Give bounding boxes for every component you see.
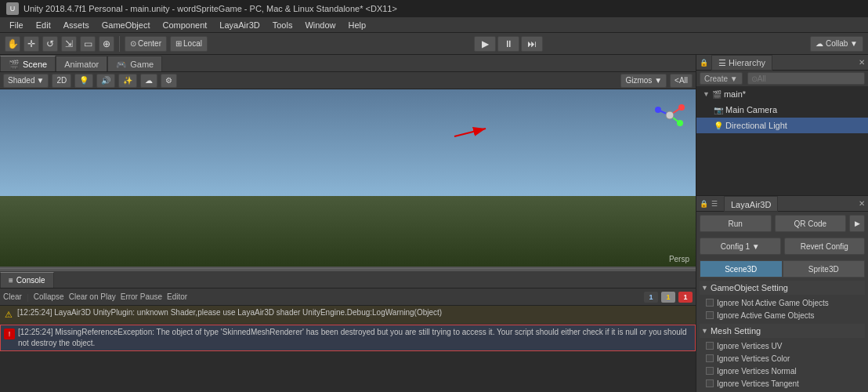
revert-button[interactable]: Revert Config: [784, 238, 866, 255]
console-panel: ≡ Console Clear | Collapse Clear on Play…: [0, 267, 696, 392]
tab-console[interactable]: ≡ Console: [0, 272, 54, 288]
hier-row-light[interactable]: 💡 Directional Light: [696, 118, 868, 133]
ignore-not-active-cb[interactable]: [706, 299, 714, 307]
tool-hand[interactable]: ✋: [5, 36, 20, 52]
inspector-tab[interactable]: LayaAir3D: [724, 196, 778, 212]
scene-anim-btn[interactable]: ⚙: [161, 74, 177, 88]
center-icon: ⊙: [130, 39, 136, 48]
tool-multi[interactable]: ⊕: [99, 36, 114, 52]
perspective-label: Persp: [669, 255, 689, 263]
tool-rotate[interactable]: ↺: [42, 36, 58, 52]
step-button[interactable]: ⏭: [521, 36, 543, 52]
ignore-normal-row: Ignore Vertices Normal: [700, 365, 865, 377]
toolbar-separator-1: [119, 36, 120, 52]
ignore-color-row: Ignore Vertices Color: [700, 352, 865, 365]
scene-audio-btn[interactable]: 🔊: [96, 74, 115, 88]
menu-tools[interactable]: Tools: [266, 17, 299, 33]
gizmos-dropdown[interactable]: Gizmos ▼: [620, 74, 667, 88]
hier-row-main[interactable]: ▼ 🎬 main*: [696, 86, 868, 102]
menu-component[interactable]: Component: [156, 17, 213, 33]
menu-gameobject[interactable]: GameObject: [96, 17, 157, 33]
menu-edit[interactable]: Edit: [30, 17, 57, 33]
hierarchy-tab[interactable]: ☰ Hierarchy: [711, 55, 772, 71]
gameobject-section-header[interactable]: ▼ GameObject Setting: [700, 281, 865, 295]
sprite3d-tab[interactable]: Sprite3D: [783, 260, 866, 278]
console-collapse-btn[interactable]: Collapse: [34, 292, 64, 301]
ignore-active-label: Ignore Active Game Objects: [717, 311, 815, 320]
hier-main-label: main*: [724, 89, 746, 99]
console-tab-label: Console: [16, 273, 45, 289]
view-tab-bar: 🎬 Scene Animator 🎮 Game: [0, 55, 696, 72]
mesh-section-label: Mesh Setting: [711, 326, 761, 336]
console-row-warn[interactable]: ⚠ [12:25:24] LayaAir3D UnityPlugin: unkn…: [0, 306, 696, 325]
ignore-tangent-cb[interactable]: [706, 379, 714, 387]
hierarchy-close-icon[interactable]: ✕: [859, 58, 865, 67]
play-button[interactable]: ▶: [474, 36, 496, 52]
console-error-text: [12:25:24] MissingReferenceException: Th…: [18, 327, 692, 349]
left-panel: 🎬 Scene Animator 🎮 Game Shaded ▼ 2D 💡 🔊 …: [0, 55, 696, 392]
pause-button[interactable]: ⏸: [497, 36, 519, 52]
console-warn-text: [12:25:24] LayaAir3D UnityPlugin: unknow…: [17, 307, 442, 318]
center-button[interactable]: ⊙ Center: [125, 36, 167, 52]
svg-point-4: [678, 104, 685, 111]
qrcode-button[interactable]: QR Code: [775, 215, 847, 232]
menu-file[interactable]: File: [3, 17, 30, 33]
inspector-close-icon[interactable]: ✕: [859, 199, 865, 208]
scene-fx-btn[interactable]: ✨: [118, 74, 137, 88]
ignore-active-cb[interactable]: [706, 311, 714, 319]
inspector-header: 🔒 ☰ LayaAir3D ✕: [696, 196, 868, 212]
console-clear-btn[interactable]: Clear: [3, 292, 22, 301]
hier-row-camera[interactable]: 📷 Main Camera: [696, 102, 868, 118]
animator-tab-label: Animator: [64, 56, 99, 72]
hierarchy-lock-icon: 🔒: [700, 59, 708, 67]
ignore-tangent-label: Ignore Vertices Tangent: [717, 379, 799, 388]
menu-window[interactable]: Window: [298, 17, 342, 33]
console-editor-btn[interactable]: Editor: [167, 292, 187, 301]
all-label: <All: [675, 76, 688, 85]
console-error-pause-btn[interactable]: Error Pause: [121, 292, 162, 301]
svg-line-8: [454, 129, 486, 136]
all-dropdown[interactable]: <All: [670, 74, 693, 88]
mesh-section-header[interactable]: ▼ Mesh Setting: [700, 324, 865, 338]
run-qr-row: Run QR Code ▶: [700, 215, 865, 232]
scene3d-tab[interactable]: Scene3D: [700, 260, 783, 278]
console-toolbar: Clear | Collapse Clear on Play Error Pau…: [0, 289, 696, 306]
hier-light-label: Directional Light: [725, 121, 787, 130]
2d-label: 2D: [56, 76, 67, 85]
tool-rect[interactable]: ▭: [80, 36, 96, 52]
shaded-dropdown[interactable]: Shaded ▼: [3, 74, 49, 88]
ignore-not-active-row: Ignore Not Active Game Objects: [700, 296, 865, 309]
view-tabs-row: Scene3D Sprite3D: [700, 260, 865, 278]
console-clear-on-play-btn[interactable]: Clear on Play: [69, 292, 116, 301]
console-row-error[interactable]: ! [12:25:24] MissingReferenceException: …: [0, 325, 696, 351]
inspector-lock-icon: 🔒: [700, 200, 708, 208]
more-button[interactable]: ▶: [849, 215, 865, 232]
run-button[interactable]: Run: [700, 215, 772, 232]
local-button[interactable]: ⊞ Local: [170, 36, 208, 52]
tool-scale[interactable]: ⇲: [61, 36, 77, 52]
scene-icon: 🎬: [712, 90, 722, 99]
tool-move[interactable]: ✛: [24, 36, 39, 52]
menu-assets[interactable]: Assets: [57, 17, 96, 33]
ignore-active-row: Ignore Active Game Objects: [700, 309, 865, 321]
scene-lights-btn[interactable]: 💡: [74, 74, 93, 88]
collab-button[interactable]: ☁ Collab ▼: [810, 36, 863, 52]
ignore-normal-cb[interactable]: [706, 367, 714, 375]
ignore-uv-cb[interactable]: [706, 342, 714, 350]
2d-button[interactable]: 2D: [52, 74, 71, 88]
svg-point-3: [666, 111, 674, 119]
hierarchy-search-input[interactable]: [747, 72, 865, 85]
tab-game[interactable]: 🎮 Game: [107, 56, 162, 71]
menu-help[interactable]: Help: [342, 17, 373, 33]
hierarchy-create-btn[interactable]: Create ▼: [700, 72, 743, 85]
scene-sky-btn[interactable]: ☁: [140, 74, 157, 88]
ignore-color-cb[interactable]: [706, 354, 714, 362]
tab-animator[interactable]: Animator: [56, 56, 107, 71]
mesh-section-arrow: ▼: [701, 327, 708, 335]
menu-layaair3d[interactable]: LayaAir3D: [213, 17, 266, 33]
inspector-panel: 🔒 ☰ LayaAir3D ✕ Run QR Code ▶ Config 1 ▼…: [696, 196, 868, 392]
config1-button[interactable]: Config 1 ▼: [700, 238, 781, 255]
scene-viewport[interactable]: Persp: [0, 89, 696, 267]
local-icon: ⊞: [175, 39, 182, 48]
tab-scene[interactable]: 🎬 Scene: [0, 56, 56, 71]
